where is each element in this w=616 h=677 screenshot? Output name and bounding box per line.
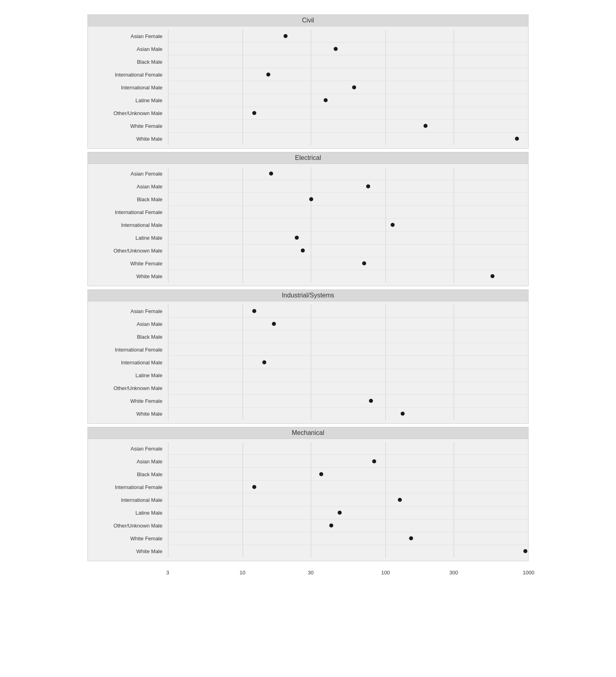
y-label: Latine Male <box>88 94 165 107</box>
y-label: Asian Male <box>88 317 165 330</box>
data-dot <box>352 85 356 89</box>
data-dot <box>338 511 342 515</box>
y-label: International Female <box>88 206 165 218</box>
y-label: International Male <box>88 356 165 369</box>
y-label: Black Male <box>88 193 165 206</box>
dot-row <box>168 107 528 120</box>
data-dot <box>409 536 413 540</box>
dot-row <box>168 545 528 558</box>
data-dot <box>266 73 270 77</box>
y-label: White Male <box>88 545 165 558</box>
data-dot <box>284 34 288 38</box>
data-dot <box>301 249 305 253</box>
panel-body: Asian FemaleAsian MaleBlack MaleInternat… <box>87 439 529 561</box>
data-dot <box>269 172 273 176</box>
y-label: Asian Female <box>88 167 165 180</box>
y-label: International Female <box>88 343 165 356</box>
dot-row <box>168 193 528 206</box>
data-dot <box>523 549 527 553</box>
panel-body: Asian FemaleAsian MaleBlack MaleInternat… <box>87 164 529 286</box>
data-dot <box>309 197 313 201</box>
panel-header: Civil <box>87 14 529 26</box>
dot-row <box>168 369 528 382</box>
y-label: White Male <box>88 270 165 283</box>
y-label: International Male <box>88 218 165 231</box>
panel-body: Asian FemaleAsian MaleBlack MaleInternat… <box>87 301 529 424</box>
y-label: Asian Female <box>88 442 165 455</box>
y-label: Other/Unknown Male <box>88 519 165 532</box>
y-label: Other/Unknown Male <box>88 107 165 119</box>
dot-row <box>168 218 528 231</box>
y-label: Black Male <box>88 330 165 343</box>
dot-row <box>168 270 528 283</box>
y-label: International Male <box>88 81 165 94</box>
dot-row <box>168 94 528 107</box>
y-label: Asian Female <box>88 305 165 317</box>
x-tick-label: 3 <box>166 570 169 576</box>
panel-header: Mechanical <box>87 427 529 439</box>
dot-row <box>168 442 528 455</box>
y-label: International Male <box>88 493 165 506</box>
y-label: Asian Male <box>88 180 165 193</box>
dot-row <box>168 532 528 545</box>
dot-row <box>168 519 528 532</box>
plot-area <box>168 167 528 283</box>
data-dot <box>401 412 405 416</box>
dot-row <box>168 55 528 68</box>
data-dot <box>424 124 428 128</box>
data-dot <box>324 98 328 102</box>
data-dot <box>366 184 370 188</box>
y-label: Asian Male <box>88 455 165 468</box>
dot-row <box>168 343 528 356</box>
data-dot <box>272 322 276 326</box>
data-dot <box>372 459 376 463</box>
dot-row <box>168 395 528 408</box>
y-label: White Female <box>88 532 165 545</box>
data-dot <box>252 111 256 115</box>
dot-row <box>168 356 528 369</box>
dot-row <box>168 167 528 180</box>
dot-row <box>168 455 528 468</box>
data-dot <box>252 309 256 313</box>
y-label: White Male <box>88 407 165 420</box>
data-dot <box>391 223 395 227</box>
y-label: White Female <box>88 257 165 270</box>
x-axis: 310301003001000 <box>87 566 529 576</box>
data-dot <box>490 274 494 278</box>
y-label: Black Male <box>88 55 165 68</box>
dot-row <box>168 180 528 193</box>
dot-row <box>168 81 528 94</box>
dot-row <box>168 232 528 245</box>
dot-row <box>168 481 528 493</box>
data-dot <box>515 137 519 141</box>
dot-row <box>168 317 528 330</box>
panel-civil: CivilAsian FemaleAsian MaleBlack MaleInt… <box>87 14 529 149</box>
data-dot <box>262 360 266 364</box>
y-label: White Male <box>88 132 165 145</box>
y-label: Other/Unknown Male <box>88 382 165 394</box>
dot-row <box>168 305 528 317</box>
data-dot <box>252 485 256 489</box>
dot-row <box>168 68 528 81</box>
data-dot <box>369 399 373 403</box>
data-dot <box>329 523 333 527</box>
dot-row <box>168 206 528 218</box>
data-dot <box>319 472 323 476</box>
dot-row <box>168 408 528 420</box>
panel-electrical: ElectricalAsian FemaleAsian MaleBlack Ma… <box>87 152 529 286</box>
y-label: Asian Female <box>88 30 165 42</box>
y-label: Black Male <box>88 468 165 481</box>
y-label: Latine Male <box>88 506 165 519</box>
chart-container: CivilAsian FemaleAsian MaleBlack MaleInt… <box>87 14 529 564</box>
plot-area <box>168 30 528 145</box>
y-label: Latine Male <box>88 369 165 382</box>
y-label: Other/Unknown Male <box>88 244 165 257</box>
data-dot <box>295 236 299 240</box>
x-tick-label: 1000 <box>523 570 535 576</box>
panel-header: Industrial/Systems <box>87 289 529 301</box>
panel-body: Asian FemaleAsian MaleBlack MaleInternat… <box>87 26 529 149</box>
dot-row <box>168 133 528 145</box>
x-tick-label: 10 <box>239 570 245 576</box>
x-tick-label: 30 <box>308 570 313 576</box>
x-tick-label: 300 <box>450 570 458 576</box>
